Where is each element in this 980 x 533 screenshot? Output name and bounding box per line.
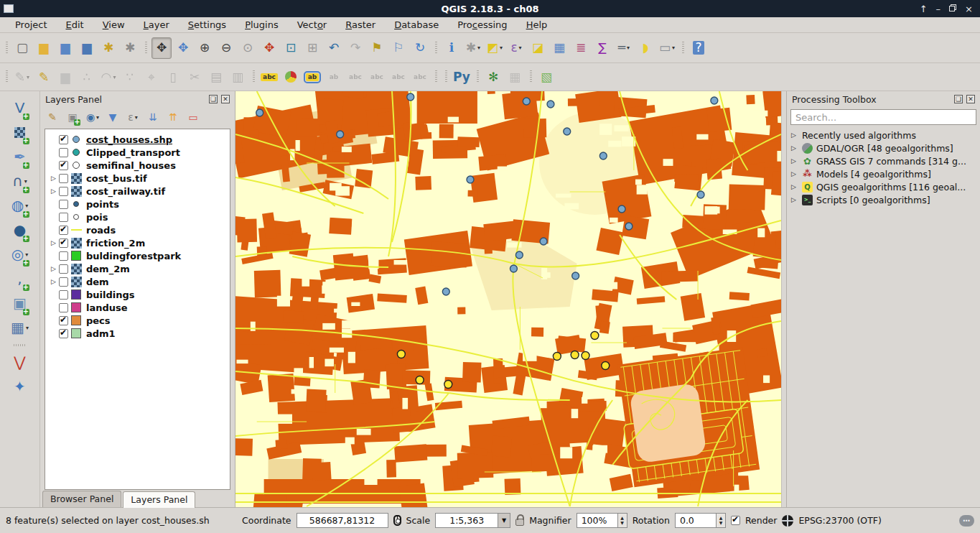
- layer-row[interactable]: ▷friction_2m: [45, 236, 230, 249]
- layer-visibility-checkbox[interactable]: [59, 290, 68, 300]
- rotation-spinner[interactable]: 0.0 ▲▼: [675, 513, 726, 528]
- map-refresh-button[interactable]: ↻: [410, 37, 430, 59]
- add-wms-layer-button[interactable]: ◍+▾: [10, 193, 30, 218]
- zoom-next-button[interactable]: ↷: [345, 37, 365, 59]
- zoom-native-resolution-button[interactable]: ⊙: [238, 37, 258, 59]
- expand-arrow-icon[interactable]: ▷: [48, 187, 59, 195]
- identify-features-button[interactable]: ℹ: [442, 37, 462, 59]
- open-layer-styling-button[interactable]: ✎: [44, 108, 61, 126]
- layer-visibility-checkbox[interactable]: [59, 135, 68, 144]
- menu-plugins[interactable]: Plugins: [235, 18, 288, 32]
- layer-visibility-checkbox[interactable]: [59, 226, 68, 235]
- expand-arrow-icon[interactable]: ▷: [791, 196, 798, 203]
- new-project-button[interactable]: ▢: [12, 37, 32, 59]
- expand-arrow-icon[interactable]: ▷: [48, 239, 59, 246]
- layer-visibility-checkbox[interactable]: [59, 303, 68, 312]
- move-label-button[interactable]: abc: [367, 66, 387, 88]
- paste-features-button[interactable]: ▥: [228, 66, 248, 88]
- layer-row[interactable]: landuse: [45, 301, 230, 314]
- new-print-composer-button[interactable]: ✱: [98, 37, 118, 59]
- dropdown-arrow-icon[interactable]: ▾: [96, 114, 99, 121]
- layer-row[interactable]: buldingforestpark: [45, 249, 230, 262]
- open-project-button[interactable]: ▆: [34, 37, 54, 59]
- layer-row[interactable]: adm1: [45, 327, 230, 340]
- float-panel-button[interactable]: ❏: [954, 95, 963, 103]
- layer-row[interactable]: ▷dem: [45, 275, 230, 288]
- add-raster-layer-button[interactable]: +: [10, 120, 30, 144]
- scale-combo[interactable]: 1:5,363 ▼: [435, 513, 510, 528]
- add-circular-string-button[interactable]: ◠▾: [98, 66, 118, 88]
- rotation-value[interactable]: 0.0: [675, 513, 717, 528]
- help-contents-button[interactable]: ?: [689, 37, 709, 59]
- add-group-button[interactable]: ▣+: [64, 108, 81, 126]
- expand-arrow-icon[interactable]: ▷: [791, 131, 798, 139]
- layer-row[interactable]: buildings: [45, 288, 230, 301]
- close-panel-button[interactable]: ✕: [966, 95, 975, 103]
- change-label-button[interactable]: abc: [410, 66, 430, 88]
- menu-processing[interactable]: Processing: [448, 18, 516, 32]
- tab-layers-panel[interactable]: Layers Panel: [123, 491, 195, 508]
- close-window[interactable]: ×: [965, 4, 973, 14]
- text-annotation-button[interactable]: ▭▾: [657, 37, 677, 59]
- expand-arrow-icon[interactable]: ▷: [48, 265, 59, 272]
- dropdown-arrow-icon[interactable]: ▾: [25, 203, 28, 209]
- measure-line-button[interactable]: ═▾: [614, 37, 634, 59]
- layer-row[interactable]: pois: [45, 210, 230, 223]
- expand-arrow-icon[interactable]: ▷: [48, 175, 59, 182]
- menu-project[interactable]: Project: [6, 18, 57, 32]
- topology-checker-button[interactable]: ⋁: [10, 350, 30, 374]
- show-hide-labels-button[interactable]: abc: [345, 66, 365, 88]
- layer-row[interactable]: semifinal_houses: [45, 159, 230, 172]
- spin-arrows-icon[interactable]: ▲▼: [717, 513, 726, 528]
- close-panel-button[interactable]: ✕: [221, 95, 230, 103]
- toolbox-group-row[interactable]: ▷QQGIS geoalgorithms [116 geoal...: [787, 180, 980, 193]
- zoom-in-button[interactable]: ⊕: [195, 37, 215, 59]
- crs-globe-icon[interactable]: [782, 515, 793, 527]
- layer-visibility-checkbox[interactable]: [59, 277, 68, 287]
- zoom-to-layer-button[interactable]: ⊞: [302, 37, 322, 59]
- dropdown-arrow-icon[interactable]: ▾: [25, 251, 28, 258]
- dropdown-arrow-icon[interactable]: ▾: [477, 45, 480, 51]
- cut-features-button[interactable]: ✂: [185, 66, 205, 88]
- zoom-out-button[interactable]: ⊖: [216, 37, 236, 59]
- layer-row[interactable]: Clipped_transport: [45, 146, 230, 159]
- dock-splitter[interactable]: [781, 91, 786, 507]
- add-wcs-layer-button[interactable]: ●+: [10, 218, 30, 242]
- layer-row[interactable]: points: [45, 198, 230, 210]
- scale-value[interactable]: 1:5,363: [435, 513, 498, 528]
- mouse-position-icon[interactable]: [393, 515, 401, 526]
- add-wfs-layer-button[interactable]: ◎+▾: [10, 242, 30, 266]
- dropdown-arrow-icon[interactable]: ▾: [500, 45, 503, 51]
- scale-dropdown-arrow-icon[interactable]: ▼: [498, 513, 510, 528]
- menu-view[interactable]: View: [93, 18, 134, 32]
- copy-features-button[interactable]: ▤: [206, 66, 226, 88]
- layer-visibility-checkbox[interactable]: [59, 187, 68, 196]
- dropdown-arrow-icon[interactable]: ▾: [519, 45, 522, 51]
- layer-diagram-button[interactable]: [281, 66, 301, 88]
- save-project-as-button[interactable]: ▆: [77, 37, 97, 59]
- layer-row[interactable]: ▷cost_bus.tif: [45, 172, 230, 185]
- layer-visibility-checkbox[interactable]: [59, 213, 68, 222]
- zoom-last-button[interactable]: ↶: [324, 37, 344, 59]
- run-feature-action-button[interactable]: ✱▾: [463, 37, 483, 59]
- menu-settings[interactable]: Settings: [179, 18, 235, 32]
- pan-map-button[interactable]: ✥: [151, 37, 172, 59]
- move-feature-button[interactable]: ∵: [120, 66, 140, 88]
- filter-by-expression-button[interactable]: ε▾: [124, 108, 141, 126]
- menu-help[interactable]: Help: [517, 18, 557, 32]
- save-project-button[interactable]: ▆: [55, 37, 75, 59]
- menu-raster[interactable]: Raster: [336, 18, 385, 32]
- manage-map-themes-button[interactable]: ◉▾: [84, 108, 101, 126]
- expand-arrow-icon[interactable]: ▷: [791, 157, 798, 164]
- toolbox-group-row[interactable]: ▷GDAL/OGR [48 geoalgorithms]: [787, 142, 980, 154]
- minimize-window[interactable]: –: [936, 4, 941, 14]
- tab-browser-panel[interactable]: Browser Panel: [42, 491, 121, 507]
- add-postgis-layer-button[interactable]: ∩+▾: [10, 169, 30, 193]
- layer-visibility-checkbox[interactable]: [59, 161, 68, 170]
- new-shapefile-layer-button[interactable]: ▣+: [10, 291, 30, 315]
- rotate-label-button[interactable]: abc: [388, 66, 409, 88]
- crs-status[interactable]: EPSG:23700 (OTF): [798, 515, 881, 526]
- collapse-all-button[interactable]: ⇈: [164, 108, 182, 126]
- messages-icon[interactable]: ⋯: [959, 515, 974, 527]
- menu-database[interactable]: Database: [385, 18, 448, 32]
